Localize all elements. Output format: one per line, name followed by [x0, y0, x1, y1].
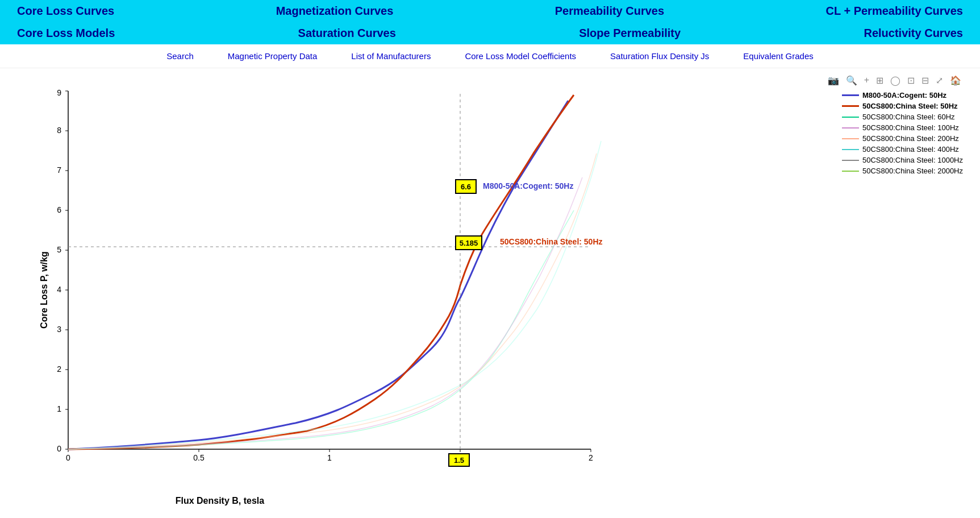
- legend-color-swatch: [842, 117, 859, 118]
- saturation-curves-link[interactable]: Saturation Curves: [298, 27, 396, 40]
- svg-text:6: 6: [57, 205, 61, 214]
- plus-icon[interactable]: +: [862, 74, 871, 87]
- core-loss-models-link[interactable]: Core Loss Models: [17, 27, 115, 40]
- permeability-curves-link[interactable]: Permeability Curves: [555, 5, 664, 18]
- legend-item: 50CS800:China Steel: 50Hz: [842, 102, 963, 110]
- core-loss-model-coefficients-link[interactable]: Core Loss Model Coefficients: [465, 51, 576, 61]
- legend-color-swatch: [842, 105, 859, 107]
- legend-label: 50CS800:China Steel: 200Hz: [862, 134, 959, 143]
- legend-color-swatch: [842, 171, 859, 172]
- legend-item: 50CS800:China Steel: 400Hz: [842, 145, 963, 154]
- zoom-out-icon[interactable]: ⊡: [906, 74, 916, 87]
- chart-legend: M800-50A:Cogent: 50Hz50CS800:China Steel…: [842, 91, 963, 177]
- svg-text:1: 1: [57, 404, 61, 413]
- legend-label: 50CS800:China Steel: 2000Hz: [862, 167, 963, 175]
- equivalent-grades-link[interactable]: Equivalent Grades: [743, 51, 813, 61]
- legend-color-swatch: [842, 149, 859, 150]
- top-nav-row1: Core Loss Curves Magnetization Curves Pe…: [0, 0, 980, 22]
- legend-label: 50CS800:China Steel: 1000Hz: [862, 156, 963, 164]
- reluctivity-curves-link[interactable]: Reluctivity Curves: [864, 27, 963, 40]
- chart-container: Core Loss P, w/kg 0 1 2 3 4 5 6 7 8 9 0 …: [0, 68, 980, 512]
- svg-text:5.185: 5.185: [460, 239, 478, 247]
- legend-color-swatch: [842, 160, 859, 161]
- magnetic-property-data-link[interactable]: Magnetic Property Data: [228, 51, 318, 61]
- legend-item: 50CS800:China Steel: 200Hz: [842, 134, 963, 143]
- svg-text:3: 3: [57, 325, 61, 334]
- fullscreen-icon[interactable]: ⤢: [934, 74, 945, 87]
- pan-icon[interactable]: ⊟: [920, 74, 931, 87]
- top-navigation: Core Loss Curves Magnetization Curves Pe…: [0, 0, 980, 44]
- svg-text:1: 1: [327, 453, 332, 462]
- saturation-flux-density-link[interactable]: Saturation Flux Density Js: [610, 51, 709, 61]
- svg-text:2: 2: [589, 453, 593, 462]
- svg-text:5: 5: [57, 245, 61, 254]
- legend-label: 50CS800:China Steel: 60Hz: [862, 113, 955, 121]
- slope-permeability-link[interactable]: Slope Permeability: [579, 27, 681, 40]
- chart-toolbar: 📷 🔍 + ⊞ ◯ ⊡ ⊟ ⤢ 🏠: [826, 74, 963, 87]
- svg-text:1.5: 1.5: [454, 456, 464, 465]
- list-of-manufacturers-link[interactable]: List of Manufacturers: [351, 51, 431, 61]
- legend-label: M800-50A:Cogent: 50Hz: [862, 91, 946, 100]
- sub-navigation: Search Magnetic Property Data List of Ma…: [0, 44, 980, 68]
- legend-item: 50CS800:China Steel: 1000Hz: [842, 156, 963, 164]
- svg-text:4: 4: [57, 285, 61, 294]
- legend-item: 50CS800:China Steel: 2000Hz: [842, 167, 963, 175]
- chart-svg: 0 1 2 3 4 5 6 7 8 9 0 0.5 1 1.5 2: [34, 85, 631, 483]
- legend-color-swatch: [842, 94, 859, 96]
- legend-label: 50CS800:China Steel: 400Hz: [862, 145, 959, 154]
- svg-text:0.5: 0.5: [193, 453, 205, 462]
- cl-permeability-curves-link[interactable]: CL + Permeability Curves: [826, 5, 963, 18]
- legend-color-swatch: [842, 138, 859, 139]
- svg-text:8: 8: [57, 126, 61, 135]
- box-icon[interactable]: ⊞: [874, 74, 885, 87]
- magnetization-curves-link[interactable]: Magnetization Curves: [276, 5, 394, 18]
- legend-label: 50CS800:China Steel: 100Hz: [862, 123, 959, 132]
- legend-item: 50CS800:China Steel: 60Hz: [842, 113, 963, 121]
- legend-color-swatch: [842, 127, 859, 129]
- legend-item: M800-50A:Cogent: 50Hz: [842, 91, 963, 100]
- svg-text:50CS800:China Steel: 50Hz: 50CS800:China Steel: 50Hz: [500, 237, 603, 246]
- top-nav-row2: Core Loss Models Saturation Curves Slope…: [0, 22, 980, 44]
- svg-text:7: 7: [57, 165, 61, 175]
- home-icon[interactable]: 🏠: [948, 74, 963, 87]
- x-axis-label: Flux Density B, tesla: [176, 496, 265, 506]
- legend-item: 50CS800:China Steel: 100Hz: [842, 123, 963, 132]
- svg-text:0: 0: [57, 444, 61, 453]
- svg-text:6.6: 6.6: [461, 183, 471, 191]
- lasso-icon[interactable]: ◯: [889, 74, 902, 87]
- core-loss-curves-link[interactable]: Core Loss Curves: [17, 5, 114, 18]
- zoom-icon[interactable]: 🔍: [844, 74, 859, 87]
- svg-text:0: 0: [66, 453, 70, 462]
- svg-text:2: 2: [57, 364, 61, 374]
- legend-label: 50CS800:China Steel: 50Hz: [862, 102, 958, 110]
- search-link[interactable]: Search: [166, 51, 194, 61]
- svg-text:M800-50A:Cogent: 50Hz: M800-50A:Cogent: 50Hz: [483, 181, 573, 190]
- camera-icon[interactable]: 📷: [826, 74, 841, 87]
- svg-text:9: 9: [57, 88, 61, 97]
